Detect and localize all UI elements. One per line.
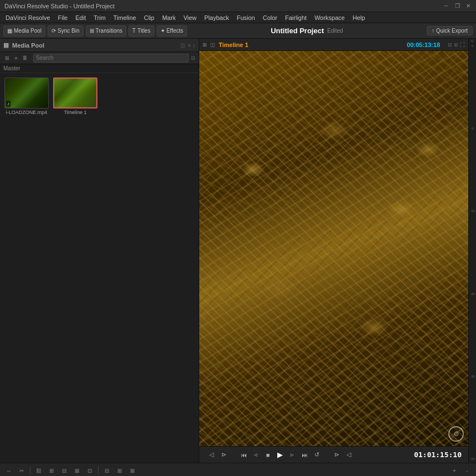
menu-help[interactable]: Help [349, 13, 369, 22]
slide-button[interactable]: ⊡ [84, 465, 95, 475]
project-title: Untitled Project [271, 27, 324, 35]
blade-edit-button[interactable]: ✂ [16, 465, 27, 475]
window-controls[interactable]: ─ ❐ ✕ [443, 3, 472, 9]
edit-mode-button[interactable]: ↔ [3, 465, 14, 475]
ripple-button[interactable]: ⊞ [114, 465, 125, 475]
media-pool-sort-icon: ↕ [193, 43, 196, 48]
media-pool-panel-title: Media Pool [12, 42, 44, 49]
metadata-icon[interactable]: ≣ [21, 54, 29, 62]
slip-button[interactable]: ⊠ [71, 465, 82, 475]
playback-timecode: 01:01:15:10 [414, 451, 462, 459]
audio-level-label: 0 [470, 40, 474, 42]
media-thumbnail-video: ♪ [4, 77, 49, 108]
play-button[interactable]: ▶ [275, 449, 286, 461]
media-pool-panel-icon: ▦ [3, 42, 9, 49]
preview-panel: ⊞ ◫ Timeline 1 00:05:13:18 ⊟ ⊞ ⛶ ⚙ ◁ [199, 39, 468, 463]
preview-fullscreen-icon[interactable]: ⛶ [460, 42, 465, 48]
video-preview: ⚙ [199, 51, 468, 446]
transitions-button[interactable]: ⊞ Transitions [86, 25, 127, 37]
step-back-button[interactable]: ◃ [250, 449, 261, 461]
roll-button[interactable]: ⊠ [127, 465, 138, 475]
menu-workspace[interactable]: Workspace [311, 13, 348, 22]
list-item[interactable]: Timeline 1 [53, 77, 97, 115]
menu-trim[interactable]: Trim [90, 13, 109, 22]
media-item-label-0: i-LOADZONE.mp4 [6, 110, 48, 115]
transitions-icon: ⊞ [90, 28, 94, 34]
playback-controls: ◁ ⊳ ⏮ ◃ ■ ▶ ▹ ⏭ ↺ ⊳ ◁ 01:01:15:10 [199, 446, 468, 463]
minimize-button[interactable]: ─ [443, 3, 449, 9]
menu-file[interactable]: File [55, 13, 71, 22]
razor-button[interactable]: ⊟ [101, 465, 112, 475]
master-label: Master [0, 64, 199, 73]
step-forward-button[interactable]: ▹ [287, 449, 298, 461]
level-minus30: -30 [470, 375, 475, 378]
quick-export-icon: ↑ [432, 28, 434, 34]
media-pool-grid-icon: ≡ [188, 43, 190, 48]
zoom-in-timeline[interactable]: + [449, 465, 460, 475]
menu-playback[interactable]: Playback [201, 13, 232, 22]
sync-bin-button[interactable]: ⟳ Sync Bin [48, 25, 83, 37]
view-icons: ⊞ ≡ ≣ [3, 54, 29, 62]
menu-fusion[interactable]: Fusion [234, 13, 258, 22]
preview-fit-icon[interactable]: ⊞ [454, 42, 458, 48]
toolbar-separator-1 [30, 466, 30, 475]
effects-button[interactable]: ✦ Effects [157, 25, 187, 37]
level-minus50: -50 [470, 457, 475, 461]
skip-back-button[interactable]: ⏮ [238, 449, 249, 461]
menu-edit[interactable]: Edit [72, 13, 89, 22]
list-view-icon[interactable]: ≡ [12, 54, 20, 62]
in-point-button[interactable]: ◁ [206, 449, 217, 461]
media-pool-view-icon: ◫ [180, 43, 185, 48]
media-pool-content: ♪ i-LOADZONE.mp4 Timeline 1 [0, 73, 199, 463]
preview-timecode: 00:05:13:18 [407, 42, 440, 48]
media-pool-button[interactable]: ▦ Media Pool [3, 25, 45, 37]
toolbar-separator-2 [98, 466, 99, 475]
sync-bin-icon: ⟳ [51, 28, 56, 34]
mark-in-button[interactable]: ⊳ [331, 449, 342, 461]
menu-clip[interactable]: Clip [141, 13, 158, 22]
menu-bar: DaVinci Resolve File Edit Trim Timeline … [0, 12, 476, 23]
main-area: ▦ Media Pool ◫ ≡ ↕ ⊞ ≡ ≣ ⊟ Master [0, 39, 476, 463]
menu-davinci-resolve[interactable]: DaVinci Resolve [2, 13, 54, 22]
list-item[interactable]: ♪ i-LOADZONE.mp4 [4, 77, 49, 115]
app-title: DaVinci Resolve Studio - Untitled Projec… [4, 3, 115, 9]
toolbar: ▦ Media Pool ⟳ Sync Bin ⊞ Transitions T … [0, 23, 476, 39]
menu-mark[interactable]: Mark [159, 13, 179, 22]
grid-view-icon[interactable]: ⊞ [3, 54, 11, 62]
restore-button[interactable]: ❐ [454, 3, 461, 9]
menu-color[interactable]: Color [260, 13, 281, 22]
trim-button[interactable]: ⊟ [59, 465, 70, 475]
menu-timeline[interactable]: Timeline [110, 13, 139, 22]
snake-detail [199, 51, 468, 446]
title-bar: DaVinci Resolve Studio - Untitled Projec… [0, 0, 476, 12]
preview-header-icon2: ◫ [210, 42, 215, 48]
toolbar-center: Untitled Project Edited [189, 27, 425, 35]
loop-button[interactable]: ↺ [311, 449, 322, 461]
link-button[interactable]: ⛓ [33, 465, 44, 475]
snapping-button[interactable]: ⊞ [46, 465, 57, 475]
titles-button[interactable]: T Titles [128, 25, 154, 37]
level-minus5: -5 [471, 127, 474, 130]
zoom-out-timeline[interactable]: - [462, 465, 473, 475]
search-input[interactable] [33, 54, 189, 63]
quick-export-button[interactable]: ↑ Quick Export [427, 26, 473, 35]
menu-view[interactable]: View [180, 13, 200, 22]
preview-timeline-label: Timeline 1 [219, 42, 249, 48]
search-filter-icon[interactable]: ⊟ [191, 55, 195, 61]
media-pool-panel: ▦ Media Pool ◫ ≡ ↕ ⊞ ≡ ≣ ⊟ Master [0, 39, 199, 463]
stop-button[interactable]: ■ [262, 449, 273, 461]
media-pool-icon: ▦ [7, 28, 12, 34]
skip-forward-button[interactable]: ⏭ [299, 449, 310, 461]
level-minus10: -10 [470, 209, 475, 213]
titles-icon: T [132, 28, 136, 34]
level-minus20: -20 [470, 292, 475, 296]
media-pool-header: ▦ Media Pool ◫ ≡ ↕ [0, 39, 199, 52]
out-point-button[interactable]: ⊳ [218, 449, 229, 461]
menu-fairlight[interactable]: Fairlight [282, 13, 310, 22]
preview-zoom-icon[interactable]: ⊟ [448, 42, 452, 48]
mark-out-button[interactable]: ◁ [343, 449, 354, 461]
preview-header-icon: ⊞ [203, 42, 207, 48]
preview-settings-icon[interactable]: ⚙ [448, 426, 464, 442]
close-button[interactable]: ✕ [465, 3, 472, 9]
timeline-toolbar: ↔ ✂ ⛓ ⊞ ⊟ ⊠ ⊡ ⊟ ⊞ ⊠ + - [0, 463, 476, 476]
